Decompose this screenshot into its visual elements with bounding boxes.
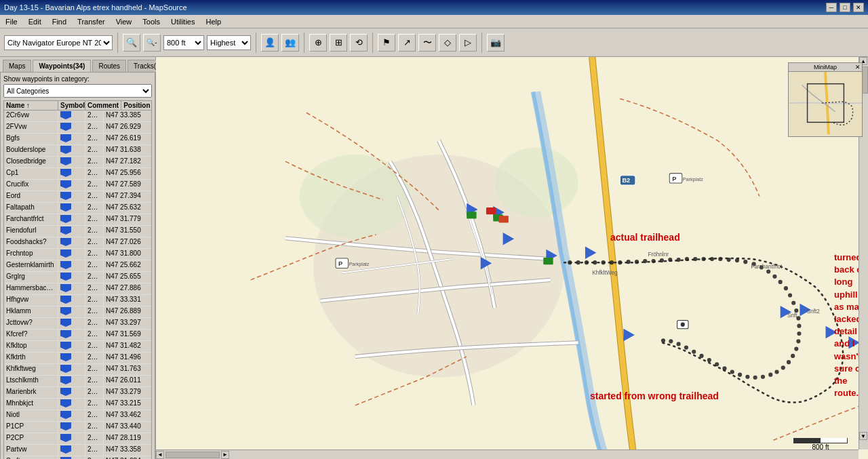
menu-transfer[interactable]: Transfer [75,17,108,26]
waypoint-row[interactable]: Gesternklamirth 27-JUN-18 5... N47 25.66… [4,260,151,272]
zoom-out-button[interactable]: 🔍- [143,34,161,52]
wpt-name: P1CP [4,422,58,433]
camera-button[interactable]: 📷 [487,34,505,52]
waypoint-row[interactable]: 2Cr6vw 25-JUN-18 8... N47 33.385 [4,111,151,122]
close-button[interactable]: ✕ [853,3,864,12]
wpt-position: N47 33.331 [104,295,151,306]
wpt-position: N47 31.800 [104,249,151,260]
wpt-name: Boulderslope [4,145,58,156]
wpt-position: N47 25.956 [104,168,151,179]
col-symbol[interactable]: Symbol [58,101,85,110]
waypoint-row[interactable]: Kfkltop 27-JUN-18 3... N47 31.482 [4,341,151,353]
col-name[interactable]: Name ↑ [4,101,58,110]
waypoint-row[interactable]: P2CP 26-JUN-18 7... N47 28.119 [4,433,151,445]
map-scrollbar-horizontal[interactable]: ◄ ► [156,450,859,459]
menu-find[interactable]: Find [50,17,69,26]
wpt-comment: 27-JUN-18 3... [85,353,104,363]
track-tool[interactable]: 〜 [418,34,436,52]
waypoint-row[interactable]: Frchntop 27-JUN-18 4... N47 31.800 [4,249,151,260]
waypoint-row[interactable]: Bgfs 26-JUN-18 8... N47 26.619 [4,134,151,145]
waypoint-row[interactable]: Grglrg 27-JUN-18 10... N47 25.655 [4,272,151,283]
svg-rect-83 [467,212,476,218]
tab-routes[interactable]: Routes [92,60,126,72]
svg-point-8 [601,260,606,264]
waypoint-row[interactable]: P1CP 25-JUN-18 10... N47 33.440 [4,422,151,433]
menu-help[interactable]: Help [203,17,224,26]
map-select[interactable]: City Navigator Europe NT 2020.2 [4,35,113,50]
wpt-name: 2Cr6vw [4,111,58,121]
svg-point-56 [677,342,681,346]
waypoint-row[interactable]: 2FVvw 26-JUN-18 8... N47 26.929 [4,122,151,134]
menu-utilities[interactable]: Utilities [168,17,197,26]
col-position[interactable]: Position [121,101,152,110]
minimize-button[interactable]: ─ [826,3,837,12]
waypoint-row[interactable]: Marienbrk 25-JUN-18 8... N47 33.279 [4,387,151,399]
waypoint-row[interactable]: Jcttovw? 27-JUN-18 3... N47 33.297 [4,318,151,330]
zoom-fit-button[interactable]: ⊞ [330,34,347,52]
menu-tools[interactable]: Tools [140,17,163,26]
waypoint-row[interactable]: Hfhgvw 27-JUN-18 3... N47 33.331 [4,295,151,306]
svg-point-34 [794,308,798,313]
waypoint-row[interactable]: Hklamm 26-JUN-18 7... N47 26.889 [4,306,151,318]
waypoint-row[interactable]: Smft 27-JUN-18 2... N47 31.684 [4,456,151,459]
route-button[interactable]: 👥 [281,34,299,52]
wpt-position: N47 25.655 [104,272,151,283]
wpt-position: N47 33.462 [104,410,151,421]
waypoint-row[interactable]: Ltschlkmth 27-JUN-18 6... N47 26.011 [4,376,151,387]
map-area[interactable]: P Parkplatz B2 B2 P Parkplatz [156,57,868,459]
category-select[interactable]: All Categories [3,84,152,98]
wpt-position: N47 33.385 [104,111,151,121]
measure-tool[interactable]: ◇ [439,34,456,52]
waypoint-row[interactable]: Cp1 27-JUN-18 11... N47 25.956 [4,168,151,180]
waypoint-row[interactable]: Farchantfrlct 27-JUN-18 3... N47 31.779 [4,214,151,226]
waypoint-row[interactable]: Closedbridge 26-JUN-18 6... N47 27.182 [4,157,151,168]
svg-text:Parkplatz: Parkplatz [349,261,370,267]
maximize-button[interactable]: □ [840,3,850,12]
wpt-name: Jcttovw? [4,318,58,329]
waypoint-row[interactable]: Mhnbkjct 25-JUN-18 9... N47 33.215 [4,399,151,410]
waypoint-row[interactable]: Faltapath 27-JUN-18 10... N47 25.632 [4,203,151,214]
wpt-comment: 27-JUN-19 3... [85,145,104,156]
scroll-right-map-button[interactable]: ► [221,451,229,459]
menu-file[interactable]: File [3,17,20,26]
waypoint-row[interactable]: Partvw 25-JUN-18 8... N47 33.358 [4,445,151,456]
flag-tool[interactable]: ⚑ [378,34,395,52]
waypoint-row[interactable]: Kfktrth 27-JUN-18 3... N47 31.496 [4,353,151,364]
gps-find-button[interactable]: ⊕ [309,34,327,52]
svg-point-15 [660,258,664,262]
waypoint-row[interactable]: Khfkftweg 27-JUN-18 4... N47 31.763 [4,364,151,376]
waypoint-row[interactable]: Crucifix 26-JUN-18 7... N47 27.589 [4,180,151,191]
svg-point-58 [661,338,665,342]
scroll-down-button[interactable]: ▼ [859,432,867,440]
svg-point-11 [627,260,631,264]
scale-line [793,438,848,443]
waypoint-row[interactable]: Fiendofurl 27-JUN-18 3... N47 31.550 [4,226,151,237]
zoom-in-button[interactable]: 🔍 [123,34,140,52]
scroll-left-map-button[interactable]: ◄ [156,451,164,459]
waypoint-row[interactable]: Eord 26-JUN-18 9... N47 27.394 [4,191,151,203]
zoom-level-select[interactable]: 800 ft [163,35,204,50]
route-tool[interactable]: ↗ [398,34,416,52]
menu-view[interactable]: View [113,17,135,26]
minimap-map-area[interactable] [789,72,862,134]
tab-maps[interactable]: Maps [3,60,31,72]
waypoint-row[interactable]: Hammersbach... 26-JUN-18 6... N47 27.886 [4,283,151,295]
scroll-thumb-h[interactable] [165,452,220,458]
waypoint-row[interactable]: Boulderslope 27-JUN-19 3... N47 31.638 [4,145,151,157]
waypoint-row[interactable]: Niotl 27-JUN-18 9... N47 33.462 [4,410,151,422]
wpt-name: Gesternklamirth [4,260,58,271]
waypoint-row[interactable]: Foodshacks? 27-JUN-18 9... N47 27.026 [4,237,151,249]
tab-waypoints[interactable]: Waypoints(34) [33,60,91,73]
zoom-mode-select[interactable]: Highest [207,35,251,50]
select-tool[interactable]: ▷ [459,34,477,52]
menu-edit[interactable]: Edit [26,17,44,26]
waypoint-list[interactable]: 2Cr6vw 25-JUN-18 8... N47 33.385 2FVvw 2… [3,111,152,459]
main-content: Maps Waypoints(34) Routes Tracks(26) Sho… [0,57,868,459]
col-comment[interactable]: Comment [85,101,121,110]
zoom-prev-button[interactable]: ⟲ [350,34,368,52]
minimap-close-button[interactable]: ✕ [855,64,861,71]
waypoint-button[interactable]: 👤 [261,34,279,52]
waypoint-row[interactable]: Kfcref? 27-JUN-18 3... N47 31.569 [4,330,151,341]
title-bar: Day 13-15 - Bavarian Alps etrex handheld… [0,0,868,15]
svg-point-37 [797,332,801,336]
